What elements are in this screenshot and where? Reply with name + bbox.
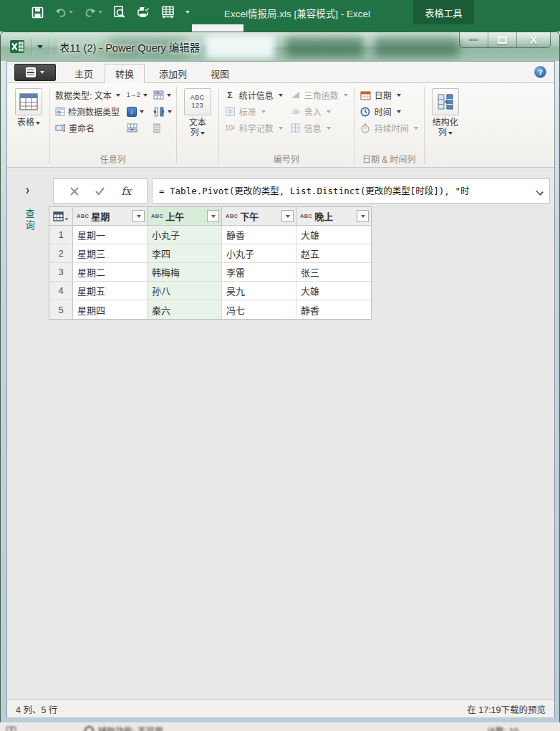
move-button[interactable]	[151, 103, 174, 120]
standard-icon: ±	[226, 107, 235, 116]
cell[interactable]: 星期四	[73, 300, 148, 319]
filter-icon[interactable]	[132, 210, 145, 222]
time-button[interactable]: 时间	[357, 103, 422, 120]
file-menu-button[interactable]	[14, 64, 56, 81]
cell[interactable]: 吴九	[222, 282, 296, 300]
undo-chevron-icon[interactable]	[69, 11, 73, 14]
filter-icon[interactable]	[281, 210, 294, 222]
cell[interactable]: 李雷	[222, 263, 296, 282]
cell[interactable]: 星期二	[73, 263, 148, 282]
excel-statusbar-blurred: 辅助功能: 不可用 计数: 10	[0, 722, 560, 731]
cell[interactable]: 韩梅梅	[148, 263, 222, 282]
excel-app-icon[interactable]	[10, 39, 25, 54]
cell[interactable]: 小丸子	[148, 226, 222, 244]
fx-icon[interactable]: fx	[121, 185, 131, 198]
cell[interactable]: 孙八	[148, 282, 222, 300]
quick-access-toolbar	[32, 0, 190, 24]
statistics-button[interactable]: Σ 统计信息	[221, 87, 286, 103]
pq-titlebar[interactable]: 表11 (2) - Power Query 编辑器 X	[1, 32, 559, 61]
group-any-column: 数据类型: 文本 ? 检测数据类型 重命名	[52, 85, 174, 167]
tab-transform[interactable]: 转换	[105, 64, 145, 83]
fill-button[interactable]: ↓	[125, 103, 150, 120]
expand-formula-chevron-icon[interactable]	[536, 188, 543, 195]
detect-data-type-button[interactable]: ? 检测数据类型	[54, 103, 122, 120]
date-button[interactable]: 日期	[357, 87, 422, 103]
minimize-icon[interactable]	[460, 32, 488, 47]
convert-to-list-button[interactable]	[151, 120, 174, 136]
trigonometry-button[interactable]: 三角函数	[286, 87, 352, 103]
save-icon[interactable]	[32, 6, 44, 19]
filter-icon[interactable]	[207, 210, 219, 222]
table-row: 2 星期三 李四 小丸子 赵五	[49, 244, 371, 263]
quick-print-icon[interactable]	[136, 6, 150, 19]
column-header-morning[interactable]: ABC 上午	[148, 207, 222, 226]
contextual-tab-table-tools[interactable]: 表格工具	[413, 0, 474, 24]
information-button[interactable]: 信息	[286, 120, 352, 136]
window-menu-chevron-icon[interactable]	[37, 45, 43, 49]
tab-view[interactable]: 视图	[201, 64, 239, 83]
text-type-icon: ABC	[300, 213, 312, 219]
column-width-icon[interactable]	[161, 6, 175, 19]
cell[interactable]: 李四	[148, 244, 222, 263]
undo-icon[interactable]	[54, 7, 73, 18]
cell[interactable]: 大雄	[296, 282, 371, 300]
commit-formula-icon[interactable]	[95, 186, 105, 196]
cell[interactable]: 静香	[296, 300, 371, 319]
cell[interactable]: 赵五	[296, 244, 371, 263]
expand-queries-pane-button[interactable]: ›	[26, 181, 29, 198]
maximize-icon[interactable]	[488, 32, 517, 47]
queries-pane-label[interactable]: 查询	[21, 209, 36, 232]
column-header-afternoon[interactable]: ABC 下午	[222, 207, 296, 226]
cell[interactable]: 小丸子	[222, 244, 296, 263]
cell[interactable]: 张三	[296, 263, 371, 282]
trigonometry-icon	[291, 92, 299, 98]
column-header-evening[interactable]: ABC 晚上	[296, 207, 371, 226]
detect-data-type-icon: ?	[55, 107, 65, 116]
structured-column-button-label: 结构化列	[430, 118, 460, 138]
row-number[interactable]: 1	[49, 226, 73, 244]
unpivot-columns-button[interactable]	[151, 87, 174, 103]
text-column-icon: ABC 123	[184, 88, 211, 115]
rename-button[interactable]: 重命名	[54, 120, 122, 136]
close-icon[interactable]: X	[517, 32, 550, 47]
cell[interactable]: 冯七	[222, 300, 296, 319]
formula-input[interactable]: = Table.Pivot(更改的类型, List.Distinct(更改的类型…	[152, 178, 550, 204]
column-header-week[interactable]: ABC 星期	[73, 207, 148, 226]
structured-column-button[interactable]: 结构化列	[427, 87, 464, 138]
cell[interactable]: 大雄	[296, 226, 371, 244]
scientific-button[interactable]: 10² 科学记数	[221, 120, 286, 136]
redo-chevron-icon[interactable]	[98, 11, 102, 14]
table-corner-icon	[53, 211, 64, 221]
text-column-button[interactable]: ABC 123 文本列	[179, 87, 216, 138]
group-label	[10, 153, 47, 167]
row-number[interactable]: 4	[49, 282, 73, 300]
cell[interactable]: 星期三	[73, 244, 148, 263]
cell[interactable]: 秦六	[148, 300, 222, 319]
duration-button[interactable]: 持续时间	[357, 120, 422, 136]
redo-icon[interactable]	[84, 7, 102, 18]
window-controls: X	[459, 32, 551, 48]
standard-button[interactable]: ± 标准	[221, 103, 286, 120]
row-number[interactable]: 3	[49, 263, 73, 282]
tab-home[interactable]: 主页	[64, 64, 103, 83]
rounding-button[interactable]: .00 舍入	[286, 103, 352, 120]
print-preview-icon[interactable]	[113, 6, 125, 19]
table-button[interactable]: 表格	[10, 87, 47, 128]
data-type-button[interactable]: 数据类型: 文本	[54, 87, 122, 103]
cancel-formula-icon[interactable]	[69, 186, 79, 196]
help-icon[interactable]: ?	[534, 66, 546, 78]
row-number[interactable]: 2	[49, 244, 73, 263]
select-all-button[interactable]	[49, 207, 73, 226]
filter-icon[interactable]	[357, 210, 369, 222]
cell[interactable]: 星期五	[73, 282, 148, 300]
cell[interactable]: 星期一	[73, 226, 148, 244]
tab-add-column[interactable]: 添加列	[149, 64, 197, 83]
text-type-icon: ABC	[151, 213, 163, 219]
table-row: 3 星期二 韩梅梅 李雷 张三	[49, 263, 371, 282]
customize-qat-chevron-icon[interactable]	[185, 11, 190, 14]
replace-values-button[interactable]: 1→2	[125, 87, 150, 103]
table-row: 4 星期五 孙八 吴九 大雄	[49, 282, 371, 300]
row-number[interactable]: 5	[49, 300, 73, 319]
cell[interactable]: 静香	[222, 226, 296, 244]
pivot-column-button[interactable]	[125, 120, 150, 136]
